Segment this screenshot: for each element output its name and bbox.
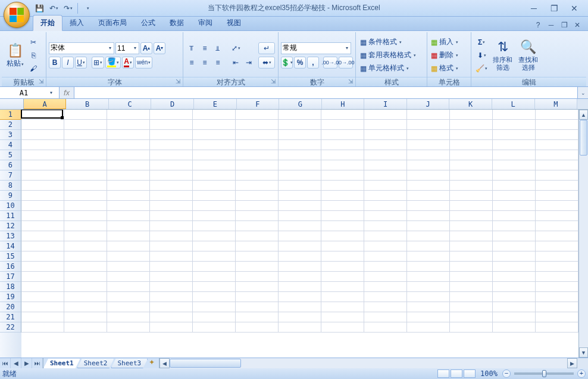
cell[interactable] bbox=[321, 262, 364, 272]
cell[interactable] bbox=[193, 262, 236, 272]
cell[interactable] bbox=[150, 181, 193, 191]
cell[interactable] bbox=[321, 302, 364, 312]
window-restore[interactable]: ❐ bbox=[546, 4, 562, 13]
zoom-percent[interactable]: 100% bbox=[480, 369, 498, 378]
sheet-nav-last[interactable]: ⏭ bbox=[32, 358, 43, 368]
format-painter-button[interactable]: 🖌 bbox=[27, 63, 39, 74]
column-header[interactable]: K bbox=[449, 99, 492, 109]
column-header[interactable]: C bbox=[109, 99, 152, 109]
cell[interactable] bbox=[150, 150, 193, 160]
cell[interactable] bbox=[107, 140, 150, 150]
cell[interactable] bbox=[493, 150, 536, 160]
cell[interactable] bbox=[150, 302, 193, 312]
row-header[interactable]: 19 bbox=[0, 292, 21, 302]
cell[interactable] bbox=[364, 160, 407, 170]
cell[interactable] bbox=[450, 120, 493, 130]
cell[interactable] bbox=[493, 312, 536, 322]
decrease-decimal-button[interactable]: .0→.00 bbox=[339, 57, 353, 69]
cell[interactable] bbox=[193, 120, 236, 130]
cell[interactable] bbox=[364, 251, 407, 262]
cell[interactable] bbox=[321, 160, 364, 170]
increase-indent-button[interactable]: ⇥ bbox=[243, 57, 255, 69]
cell[interactable] bbox=[493, 241, 536, 251]
cell[interactable] bbox=[236, 211, 279, 221]
select-all-corner[interactable] bbox=[0, 99, 24, 109]
cell[interactable] bbox=[236, 170, 279, 181]
cell[interactable] bbox=[64, 312, 107, 322]
cell[interactable] bbox=[279, 251, 321, 262]
cell[interactable] bbox=[236, 272, 279, 282]
row-header[interactable]: 5 bbox=[0, 150, 21, 160]
cell[interactable] bbox=[279, 181, 321, 191]
cell[interactable] bbox=[321, 150, 364, 160]
cell[interactable] bbox=[407, 150, 450, 160]
cell[interactable] bbox=[64, 231, 107, 241]
ribbon-tab[interactable]: 公式 bbox=[134, 15, 162, 30]
clipboard-launcher[interactable]: ⇲ bbox=[37, 78, 45, 85]
align-right-button[interactable]: ≡ bbox=[212, 57, 224, 69]
cell[interactable] bbox=[364, 272, 407, 282]
cell[interactable] bbox=[21, 322, 64, 333]
cell[interactable] bbox=[279, 150, 321, 160]
cell[interactable] bbox=[64, 292, 107, 302]
row-header[interactable]: 20 bbox=[0, 302, 21, 312]
cell[interactable] bbox=[21, 221, 64, 231]
cell[interactable] bbox=[493, 201, 536, 211]
cell[interactable] bbox=[193, 221, 236, 231]
cell[interactable] bbox=[279, 292, 321, 302]
row-header[interactable]: 12 bbox=[0, 221, 21, 231]
cell[interactable] bbox=[536, 201, 578, 211]
cell[interactable] bbox=[450, 231, 493, 241]
align-bottom-button[interactable]: ⫫ bbox=[212, 42, 224, 54]
cell[interactable] bbox=[536, 262, 578, 272]
cell[interactable] bbox=[450, 302, 493, 312]
cell[interactable] bbox=[321, 130, 364, 140]
cell[interactable] bbox=[450, 272, 493, 282]
fill-button[interactable]: ⬇▾ bbox=[474, 49, 489, 61]
zoom-slider[interactable] bbox=[514, 372, 574, 375]
cell[interactable] bbox=[279, 170, 321, 181]
qat-redo[interactable]: ↷▾ bbox=[61, 2, 74, 15]
hscroll-right[interactable]: ▶ bbox=[567, 358, 577, 368]
sheet-nav-next[interactable]: ▶ bbox=[21, 358, 32, 368]
hscroll-track[interactable] bbox=[170, 358, 567, 368]
cell[interactable] bbox=[150, 282, 193, 292]
cell[interactable] bbox=[493, 231, 536, 241]
cell[interactable] bbox=[64, 302, 107, 312]
cell[interactable] bbox=[279, 302, 321, 312]
cell[interactable] bbox=[236, 160, 279, 170]
cell[interactable] bbox=[64, 150, 107, 160]
cell[interactable] bbox=[493, 262, 536, 272]
cell[interactable] bbox=[150, 140, 193, 150]
cell[interactable] bbox=[150, 322, 193, 333]
cell[interactable] bbox=[107, 181, 150, 191]
cell[interactable] bbox=[279, 322, 321, 333]
find-select-button[interactable]: 🔍 查找和 选择 bbox=[516, 35, 540, 76]
row-header[interactable]: 16 bbox=[0, 262, 21, 272]
cell[interactable] bbox=[236, 302, 279, 312]
cell[interactable] bbox=[364, 231, 407, 241]
cell[interactable] bbox=[450, 130, 493, 140]
cell[interactable] bbox=[21, 231, 64, 241]
cell[interactable] bbox=[450, 201, 493, 211]
cell[interactable] bbox=[279, 221, 321, 231]
cell[interactable] bbox=[407, 211, 450, 221]
cell[interactable] bbox=[364, 312, 407, 322]
cell[interactable] bbox=[321, 191, 364, 201]
cell[interactable] bbox=[236, 292, 279, 302]
italic-button[interactable]: I bbox=[62, 57, 74, 69]
qat-customize[interactable]: ▾ bbox=[81, 2, 94, 15]
window-minimize[interactable]: ─ bbox=[526, 4, 542, 13]
underline-button[interactable]: U▾ bbox=[75, 57, 87, 69]
cell[interactable] bbox=[321, 251, 364, 262]
cell[interactable] bbox=[407, 170, 450, 181]
cell[interactable] bbox=[21, 120, 64, 130]
column-header[interactable]: L bbox=[492, 99, 535, 109]
name-box[interactable]: ▾ bbox=[0, 87, 60, 98]
cell[interactable] bbox=[107, 211, 150, 221]
cell[interactable] bbox=[150, 120, 193, 130]
cell[interactable] bbox=[536, 130, 578, 140]
cell[interactable] bbox=[493, 181, 536, 191]
cell[interactable] bbox=[236, 201, 279, 211]
cell[interactable] bbox=[193, 170, 236, 181]
